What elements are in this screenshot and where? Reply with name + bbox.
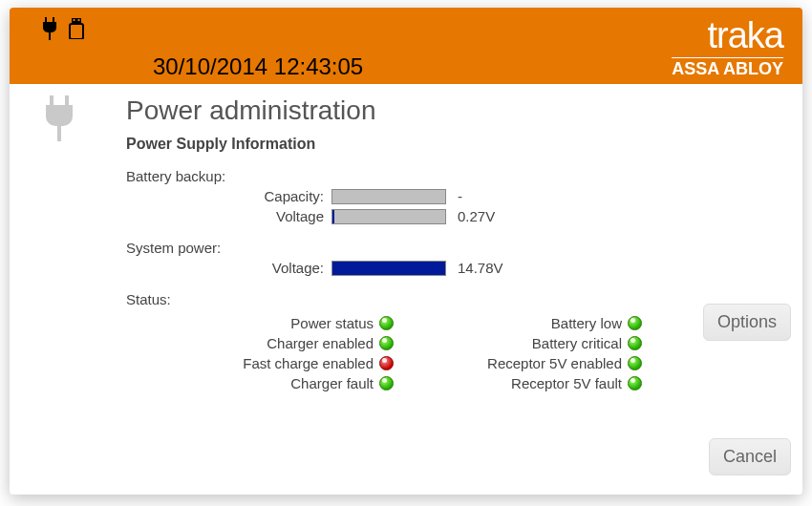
status-grid: Power status Charger enabled Fast charge… (126, 315, 781, 391)
status-power-status: Power status (126, 315, 394, 331)
status-fast-charge-enabled: Fast charge enabled (126, 355, 394, 371)
system-voltage-row: Voltage: 14.78V (31, 260, 781, 276)
status-charger-fault: Charger fault (126, 375, 394, 391)
datetime-display: 30/10/2014 12:43:05 (153, 53, 363, 80)
capacity-label: Capacity: (31, 188, 331, 204)
brand-sub: ASSA ABLOY (672, 60, 783, 77)
usb-icon (69, 18, 84, 39)
status-battery-low: Battery low (394, 315, 642, 331)
system-voltage-label: Voltage: (31, 260, 331, 276)
led-icon (628, 376, 642, 390)
fast-charge-enabled-label: Fast charge enabled (243, 355, 374, 371)
led-icon (379, 356, 394, 370)
battery-voltage-bar (331, 209, 446, 224)
battery-low-label: Battery low (551, 315, 622, 331)
status-col-right: Battery low Battery critical Receptor 5V… (394, 315, 642, 391)
status-label: Status: (126, 291, 781, 307)
options-button[interactable]: Options (703, 304, 791, 341)
status-col-left: Power status Charger enabled Fast charge… (126, 315, 394, 391)
led-icon (379, 336, 394, 350)
system-voltage-bar (331, 261, 446, 276)
battery-voltage-row: Voltage 0.27V (31, 208, 781, 224)
brand-name: traka (672, 17, 783, 53)
status-receptor5v-fault: Receptor 5V fault (394, 375, 642, 391)
system-voltage-value: 14.78V (458, 260, 503, 276)
capacity-bar (331, 189, 446, 204)
charger-fault-label: Charger fault (290, 375, 374, 391)
status-receptor5v-enabled: Receptor 5V enabled (394, 355, 642, 371)
led-icon (628, 316, 642, 330)
battery-capacity-row: Capacity: - (31, 188, 781, 204)
content-area: Power administration Power Supply Inform… (10, 84, 802, 401)
page-title: Power administration (126, 95, 781, 126)
receptor5v-fault-label: Receptor 5V fault (511, 375, 622, 391)
battery-voltage-value: 0.27V (458, 208, 495, 224)
power-status-label: Power status (290, 315, 374, 331)
brand-divider (672, 57, 783, 58)
section-title: Power Supply Information (126, 136, 781, 153)
system-voltage-bar-fill (332, 262, 445, 275)
battery-backup-label: Battery backup: (126, 168, 781, 184)
led-icon (628, 356, 642, 370)
app-window: 30/10/2014 12:43:05 traka ASSA ABLOY Pow… (10, 8, 802, 495)
status-battery-critical: Battery critical (394, 335, 642, 351)
led-icon (379, 376, 394, 390)
battery-voltage-bar-fill (332, 210, 334, 223)
capacity-value: - (458, 188, 462, 204)
power-plug-icon (40, 17, 59, 40)
brand-block: traka ASSA ABLOY (672, 17, 783, 77)
status-charger-enabled: Charger enabled (126, 335, 394, 351)
led-icon (628, 336, 642, 350)
receptor5v-enabled-label: Receptor 5V enabled (487, 355, 622, 371)
battery-critical-label: Battery critical (532, 335, 622, 351)
svg-rect-2 (78, 19, 80, 21)
svg-rect-3 (70, 24, 83, 39)
svg-rect-1 (74, 19, 75, 21)
battery-voltage-label: Voltage (31, 208, 331, 224)
charger-enabled-label: Charger enabled (267, 335, 374, 351)
system-power-label: System power: (126, 240, 781, 256)
cancel-button[interactable]: Cancel (709, 438, 791, 475)
status-icons (40, 17, 84, 40)
header-bar: 30/10/2014 12:43:05 traka ASSA ABLOY (10, 8, 802, 84)
plug-icon (40, 95, 78, 145)
led-icon (379, 316, 394, 330)
